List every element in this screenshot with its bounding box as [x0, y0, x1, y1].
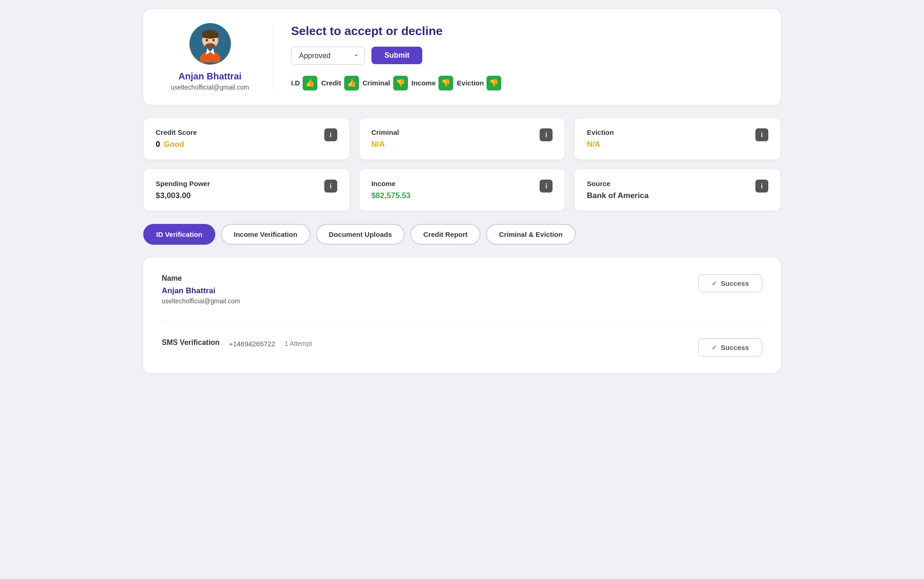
profile-email: useltechofficial@gmail.com	[171, 84, 249, 91]
svg-point-6	[206, 39, 208, 42]
badge-eviction-icon: 👎	[486, 76, 501, 90]
name-success-label: Success	[721, 279, 749, 287]
eviction-label: Eviction	[587, 128, 614, 136]
badge-credit-icon: 👍	[344, 76, 359, 90]
name-success-button[interactable]: ✓ Success	[698, 274, 762, 292]
source-value: Bank of America	[587, 191, 649, 200]
name-check-icon: ✓	[711, 280, 717, 287]
profile-name: Anjan Bhattrai	[178, 71, 242, 82]
eviction-value: N/A	[587, 140, 614, 149]
badge-income: Income 👎	[412, 76, 454, 90]
credit-score-number: 0	[156, 140, 160, 149]
badge-credit-label: Credit	[321, 79, 341, 87]
name-verif-name: Anjan Bhattrai	[162, 286, 240, 296]
stat-content-spending-power: Spending Power $3,003.00	[156, 180, 210, 200]
stat-card-criminal: Criminal N/A i	[359, 118, 565, 160]
tab-criminal-eviction[interactable]: Criminal & Eviction	[486, 224, 576, 245]
avatar	[189, 23, 231, 65]
sms-verif-phone: +14694265722	[229, 340, 275, 348]
income-info-icon[interactable]: i	[540, 180, 553, 193]
tabs-row: ID Verification Income Verification Docu…	[143, 224, 781, 245]
credit-score-info-icon[interactable]: i	[324, 128, 337, 141]
criminal-label: Criminal	[371, 128, 399, 136]
sms-verif-attempts: 1 Attempt	[285, 340, 312, 347]
badges-row: I.D 👍 Credit 👍 Criminal 👎 Income 👎 Evict…	[291, 76, 762, 90]
tab-document-uploads[interactable]: Document Uploads	[316, 224, 405, 245]
criminal-value: N/A	[371, 140, 399, 149]
main-container: Anjan Bhattrai useltechofficial@gmail.co…	[143, 9, 781, 373]
badge-criminal-icon: 👎	[393, 76, 408, 90]
decision-select[interactable]: Approved Declined	[291, 47, 365, 65]
credit-score-value: 0 Good	[156, 140, 197, 149]
stat-content-criminal: Criminal N/A	[371, 128, 399, 149]
badge-income-icon: 👎	[438, 76, 453, 90]
stat-card-income: Income $82,575.53 i	[359, 169, 565, 211]
credit-score-text: Good	[164, 140, 184, 149]
sms-success-label: Success	[721, 344, 749, 351]
badge-income-label: Income	[412, 79, 436, 87]
sms-verif-info: SMS Verification +14694265722 1 Attempt	[162, 338, 312, 349]
sms-check-icon: ✓	[711, 344, 717, 351]
svg-point-7	[212, 39, 214, 42]
badge-criminal: Criminal 👎	[363, 76, 408, 90]
name-verification-row: Name Anjan Bhattrai useltechofficial@gma…	[162, 274, 762, 322]
svg-rect-4	[202, 34, 218, 38]
decision-controls: Approved Declined Submit	[291, 47, 762, 65]
decision-title: Select to accept or decline	[291, 24, 762, 38]
sms-verif-inline: SMS Verification +14694265722 1 Attempt	[162, 338, 312, 349]
badge-criminal-label: Criminal	[363, 79, 390, 87]
top-card: Anjan Bhattrai useltechofficial@gmail.co…	[143, 9, 781, 105]
spending-power-info-icon[interactable]: i	[324, 180, 337, 193]
stat-card-source: Source Bank of America i	[574, 169, 781, 211]
badge-id-label: I.D	[291, 79, 300, 87]
profile-section: Anjan Bhattrai useltechofficial@gmail.co…	[162, 23, 273, 91]
spending-power-value: $3,003.00	[156, 191, 210, 200]
stat-card-spending-power: Spending Power $3,003.00 i	[143, 169, 350, 211]
stat-content-income: Income $82,575.53	[371, 180, 411, 200]
source-label: Source	[587, 180, 649, 187]
stat-card-credit-score: Credit Score 0 Good i	[143, 118, 350, 160]
stat-content-eviction: Eviction N/A	[587, 128, 614, 149]
verification-section: Name Anjan Bhattrai useltechofficial@gma…	[143, 258, 781, 373]
spending-power-label: Spending Power	[156, 180, 210, 187]
eviction-info-icon[interactable]: i	[755, 128, 768, 141]
name-verif-email: useltechofficial@gmail.com	[162, 297, 240, 305]
stat-card-eviction: Eviction N/A i	[574, 118, 781, 160]
source-info-icon[interactable]: i	[755, 180, 768, 193]
income-value: $82,575.53	[371, 191, 411, 200]
stats-grid: Credit Score 0 Good i Criminal N/A i Evi…	[143, 118, 781, 211]
stat-content-credit-score: Credit Score 0 Good	[156, 128, 197, 149]
income-label: Income	[371, 180, 411, 187]
badge-credit: Credit 👍	[321, 76, 359, 90]
stat-content-source: Source Bank of America	[587, 180, 649, 200]
criminal-info-icon[interactable]: i	[540, 128, 553, 141]
sms-success-button[interactable]: ✓ Success	[698, 338, 762, 356]
badge-eviction-label: Eviction	[457, 79, 484, 87]
badge-eviction: Eviction 👎	[457, 76, 501, 90]
submit-button[interactable]: Submit	[371, 47, 422, 64]
name-verif-label: Name	[162, 274, 240, 283]
badge-id: I.D 👍	[291, 76, 317, 90]
tab-id-verification[interactable]: ID Verification	[143, 224, 215, 245]
svg-point-5	[205, 43, 215, 49]
tab-income-verification[interactable]: Income Verification	[221, 224, 310, 245]
sms-verification-row: SMS Verification +14694265722 1 Attempt …	[162, 338, 762, 356]
badge-id-icon: 👍	[303, 76, 317, 90]
decision-section: Select to accept or decline Approved Dec…	[291, 24, 762, 90]
sms-verif-label: SMS Verification	[162, 338, 219, 347]
name-verif-info: Name Anjan Bhattrai useltechofficial@gma…	[162, 274, 240, 305]
credit-score-label: Credit Score	[156, 128, 197, 136]
tab-credit-report[interactable]: Credit Report	[410, 224, 480, 245]
